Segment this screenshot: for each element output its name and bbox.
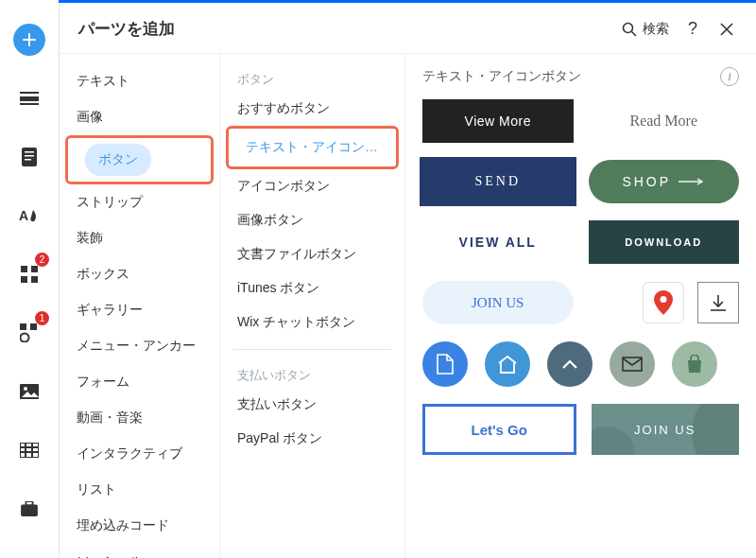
- subcategory-item[interactable]: Wix チャットボタン: [220, 305, 404, 340]
- svg-rect-6: [25, 159, 31, 161]
- plus-icon: [13, 24, 45, 56]
- badge: 2: [35, 253, 49, 267]
- sample-view-more[interactable]: View More: [422, 99, 574, 143]
- chevron-up-icon: [561, 358, 578, 370]
- category-item[interactable]: インタラクティブ: [60, 436, 219, 472]
- svg-point-16: [24, 387, 27, 391]
- svg-point-24: [624, 23, 633, 32]
- svg-rect-12: [20, 323, 26, 330]
- category-item[interactable]: フォーム: [60, 364, 219, 400]
- category-item[interactable]: ギャラリー: [60, 292, 219, 328]
- category-item[interactable]: 動画・音楽: [60, 400, 219, 436]
- svg-rect-8: [21, 266, 27, 272]
- svg-rect-17: [20, 443, 39, 458]
- svg-line-25: [632, 31, 637, 36]
- subcategory-item[interactable]: 画像ボタン: [220, 203, 404, 237]
- category-item[interactable]: メニュー・アンカー: [60, 328, 219, 364]
- sample-download-icon[interactable]: [697, 282, 739, 323]
- page-icon[interactable]: [13, 141, 45, 173]
- apps-icon[interactable]: 2: [13, 258, 45, 290]
- download-icon: [709, 293, 728, 312]
- category-item[interactable]: リスト: [60, 472, 219, 508]
- preview-panel: テキスト・アイコンボタン i View More Read More SEND …: [405, 54, 756, 558]
- sample-view-all[interactable]: VIEW ALL: [422, 220, 574, 264]
- design-icon[interactable]: A: [13, 200, 45, 232]
- business-icon[interactable]: [13, 493, 45, 525]
- svg-rect-5: [25, 155, 34, 157]
- svg-rect-22: [21, 505, 38, 516]
- svg-rect-13: [30, 323, 37, 330]
- pin-icon: [654, 290, 673, 315]
- sample-file-circle[interactable]: [422, 341, 468, 387]
- sample-up-circle[interactable]: [547, 341, 593, 387]
- subcategory-item[interactable]: iTunes ボタン: [220, 271, 404, 305]
- preview-title: テキスト・アイコンボタン: [422, 68, 720, 85]
- subcategory-item[interactable]: おすすめボタン: [220, 92, 404, 126]
- sample-bag-circle[interactable]: [672, 341, 717, 387]
- svg-rect-23: [26, 501, 32, 505]
- panel-header: パーツを追加 検索 ?: [60, 3, 756, 54]
- add-button[interactable]: [13, 24, 45, 56]
- subcategory-item[interactable]: テキスト・アイコン…: [229, 131, 396, 165]
- subcategory-item[interactable]: 支払いボタン: [220, 388, 404, 422]
- sample-send[interactable]: SEND: [422, 160, 574, 203]
- info-icon[interactable]: i: [720, 67, 739, 86]
- close-icon: [720, 23, 733, 36]
- svg-rect-10: [21, 276, 27, 283]
- close-button[interactable]: [716, 19, 737, 40]
- sections-icon[interactable]: [13, 82, 45, 114]
- sample-join-us-2[interactable]: JOIN US: [592, 404, 740, 455]
- mail-icon: [622, 357, 643, 372]
- subcategory-list: ボタンおすすめボタンテキスト・アイコン…アイコンボタン画像ボタン文書ファイルボタ…: [220, 54, 405, 558]
- home-icon: [497, 355, 518, 374]
- subgroup-title: ボタン: [220, 63, 404, 92]
- sample-mail-circle[interactable]: [610, 341, 655, 387]
- category-item[interactable]: 装飾: [60, 220, 219, 256]
- svg-rect-1: [20, 96, 39, 101]
- category-item[interactable]: ソーシャル: [60, 544, 219, 558]
- data-icon[interactable]: [13, 434, 45, 466]
- category-item[interactable]: テキスト: [60, 63, 219, 99]
- bag-icon: [686, 355, 703, 374]
- search-icon: [622, 22, 637, 37]
- icon-rail: A 2 1: [0, 3, 59, 558]
- sample-join-us[interactable]: JOIN US: [422, 281, 574, 324]
- category-item[interactable]: 画像: [60, 99, 219, 135]
- category-item[interactable]: 埋め込みコード: [60, 508, 219, 544]
- sample-download[interactable]: DOWNLOAD: [589, 220, 740, 264]
- category-item[interactable]: ボタン: [85, 144, 151, 176]
- category-list: テキスト画像ボタンストリップ装飾ボックスギャラリーメニュー・アンカーフォーム動画…: [60, 54, 220, 558]
- subcategory-item[interactable]: アイコンボタン: [220, 169, 404, 203]
- subcategory-item[interactable]: PayPal ボタン: [220, 422, 404, 456]
- subcategory-item[interactable]: 文書ファイルボタン: [220, 237, 404, 271]
- svg-rect-0: [20, 92, 39, 94]
- arrow-right-icon: [679, 178, 705, 185]
- category-item[interactable]: ボックス: [60, 256, 219, 292]
- sample-lets-go[interactable]: Let's Go: [422, 404, 576, 455]
- subgroup-title: 支払いボタン: [220, 359, 404, 388]
- svg-rect-11: [31, 276, 38, 283]
- sample-pin[interactable]: [643, 282, 684, 323]
- sample-read-more[interactable]: Read More: [589, 99, 740, 143]
- panel-title: パーツを追加: [78, 18, 609, 40]
- category-item[interactable]: ストリップ: [60, 184, 219, 220]
- settings-icon[interactable]: 1: [13, 317, 45, 349]
- svg-rect-4: [25, 151, 34, 153]
- svg-rect-9: [31, 266, 38, 272]
- sample-home-circle[interactable]: [485, 341, 530, 387]
- svg-rect-3: [22, 148, 37, 166]
- search-button[interactable]: 検索: [622, 19, 669, 40]
- badge: 1: [35, 311, 49, 325]
- svg-rect-2: [20, 103, 39, 105]
- file-icon: [437, 354, 454, 375]
- media-icon[interactable]: [13, 375, 45, 408]
- help-button[interactable]: ?: [682, 19, 703, 40]
- sample-shop[interactable]: SHOP: [589, 160, 740, 203]
- svg-text:A: A: [19, 208, 28, 223]
- svg-rect-30: [623, 357, 642, 371]
- svg-point-27: [661, 296, 667, 303]
